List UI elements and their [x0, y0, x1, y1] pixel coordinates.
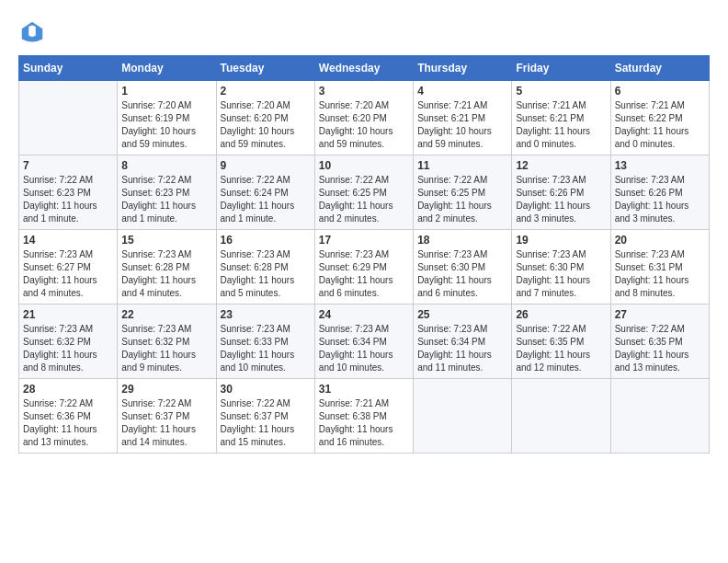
- calendar-cell: 15Sunrise: 7:23 AM Sunset: 6:28 PM Dayli…: [118, 230, 216, 304]
- day-info: Sunrise: 7:23 AM Sunset: 6:31 PM Dayligh…: [615, 248, 705, 300]
- day-number: 4: [417, 85, 507, 98]
- calendar-cell: 6Sunrise: 7:21 AM Sunset: 6:22 PM Daylig…: [610, 81, 709, 155]
- day-number: 29: [121, 383, 211, 396]
- day-info: Sunrise: 7:23 AM Sunset: 6:32 PM Dayligh…: [121, 323, 211, 374]
- day-number: 23: [221, 308, 311, 321]
- week-row-4: 28Sunrise: 7:22 AM Sunset: 6:36 PM Dayli…: [19, 379, 710, 454]
- day-number: 19: [516, 234, 606, 247]
- day-number: 25: [417, 308, 507, 321]
- day-number: 26: [516, 308, 606, 321]
- calendar-cell: 16Sunrise: 7:23 AM Sunset: 6:28 PM Dayli…: [216, 230, 314, 304]
- header-cell-wednesday: Wednesday: [314, 56, 413, 81]
- calendar-cell: 7Sunrise: 7:22 AM Sunset: 6:23 PM Daylig…: [19, 155, 118, 230]
- calendar-cell: 2Sunrise: 7:20 AM Sunset: 6:20 PM Daylig…: [216, 81, 314, 155]
- header-cell-monday: Monday: [118, 56, 216, 81]
- day-info: Sunrise: 7:21 AM Sunset: 6:22 PM Dayligh…: [615, 99, 705, 151]
- header-cell-friday: Friday: [512, 56, 610, 81]
- calendar-cell: 25Sunrise: 7:23 AM Sunset: 6:34 PM Dayli…: [414, 304, 512, 379]
- header-cell-sunday: Sunday: [19, 56, 118, 81]
- day-number: 8: [121, 159, 211, 172]
- header-row: SundayMondayTuesdayWednesdayThursdayFrid…: [19, 56, 710, 81]
- day-number: 10: [319, 159, 409, 172]
- day-info: Sunrise: 7:21 AM Sunset: 6:21 PM Dayligh…: [417, 99, 507, 151]
- day-info: Sunrise: 7:22 AM Sunset: 6:36 PM Dayligh…: [23, 397, 113, 449]
- calendar-cell: 18Sunrise: 7:23 AM Sunset: 6:30 PM Dayli…: [414, 230, 512, 304]
- day-number: 7: [23, 159, 113, 172]
- calendar-cell: 10Sunrise: 7:22 AM Sunset: 6:25 PM Dayli…: [314, 155, 413, 230]
- header: [18, 18, 710, 46]
- day-info: Sunrise: 7:23 AM Sunset: 6:30 PM Dayligh…: [417, 248, 507, 300]
- header-cell-thursday: Thursday: [414, 56, 512, 81]
- calendar-cell: 21Sunrise: 7:23 AM Sunset: 6:32 PM Dayli…: [19, 304, 118, 379]
- day-number: 3: [319, 85, 409, 98]
- calendar-cell: 27Sunrise: 7:22 AM Sunset: 6:35 PM Dayli…: [610, 304, 709, 379]
- day-number: 14: [23, 234, 113, 247]
- day-info: Sunrise: 7:23 AM Sunset: 6:26 PM Dayligh…: [615, 174, 705, 225]
- day-info: Sunrise: 7:22 AM Sunset: 6:24 PM Dayligh…: [221, 174, 311, 225]
- day-info: Sunrise: 7:22 AM Sunset: 6:35 PM Dayligh…: [615, 323, 705, 374]
- day-info: Sunrise: 7:22 AM Sunset: 6:37 PM Dayligh…: [121, 397, 211, 449]
- day-number: 18: [417, 234, 507, 247]
- calendar-cell: 29Sunrise: 7:22 AM Sunset: 6:37 PM Dayli…: [118, 379, 216, 454]
- calendar-cell: 8Sunrise: 7:22 AM Sunset: 6:23 PM Daylig…: [118, 155, 216, 230]
- calendar-cell: [19, 81, 118, 155]
- calendar-cell: 23Sunrise: 7:23 AM Sunset: 6:33 PM Dayli…: [216, 304, 314, 379]
- day-number: 22: [121, 308, 211, 321]
- calendar-cell: 9Sunrise: 7:22 AM Sunset: 6:24 PM Daylig…: [216, 155, 314, 230]
- day-info: Sunrise: 7:20 AM Sunset: 6:20 PM Dayligh…: [221, 99, 311, 151]
- calendar-table: SundayMondayTuesdayWednesdayThursdayFrid…: [18, 55, 710, 454]
- day-info: Sunrise: 7:22 AM Sunset: 6:23 PM Dayligh…: [121, 174, 211, 225]
- day-number: 16: [221, 234, 311, 247]
- day-info: Sunrise: 7:23 AM Sunset: 6:34 PM Dayligh…: [319, 323, 409, 374]
- day-info: Sunrise: 7:22 AM Sunset: 6:25 PM Dayligh…: [319, 174, 409, 225]
- day-info: Sunrise: 7:23 AM Sunset: 6:30 PM Dayligh…: [516, 248, 606, 300]
- calendar-cell: 4Sunrise: 7:21 AM Sunset: 6:21 PM Daylig…: [414, 81, 512, 155]
- logo: [18, 18, 50, 46]
- day-number: 20: [615, 234, 705, 247]
- day-number: 2: [221, 85, 311, 98]
- day-info: Sunrise: 7:23 AM Sunset: 6:28 PM Dayligh…: [121, 248, 211, 300]
- calendar-cell: 26Sunrise: 7:22 AM Sunset: 6:35 PM Dayli…: [512, 304, 610, 379]
- calendar-cell: 22Sunrise: 7:23 AM Sunset: 6:32 PM Dayli…: [118, 304, 216, 379]
- calendar-cell: 24Sunrise: 7:23 AM Sunset: 6:34 PM Dayli…: [314, 304, 413, 379]
- day-info: Sunrise: 7:22 AM Sunset: 6:37 PM Dayligh…: [221, 397, 311, 449]
- day-info: Sunrise: 7:22 AM Sunset: 6:23 PM Dayligh…: [23, 174, 113, 225]
- day-info: Sunrise: 7:20 AM Sunset: 6:20 PM Dayligh…: [319, 99, 409, 151]
- day-number: 1: [121, 85, 211, 98]
- calendar-cell: 19Sunrise: 7:23 AM Sunset: 6:30 PM Dayli…: [512, 230, 610, 304]
- calendar-cell: 3Sunrise: 7:20 AM Sunset: 6:20 PM Daylig…: [314, 81, 413, 155]
- day-number: 15: [121, 234, 211, 247]
- week-row-2: 14Sunrise: 7:23 AM Sunset: 6:27 PM Dayli…: [19, 230, 710, 304]
- day-info: Sunrise: 7:21 AM Sunset: 6:21 PM Dayligh…: [516, 99, 606, 151]
- day-info: Sunrise: 7:23 AM Sunset: 6:28 PM Dayligh…: [221, 248, 311, 300]
- calendar-cell: [512, 379, 610, 454]
- day-info: Sunrise: 7:23 AM Sunset: 6:29 PM Dayligh…: [319, 248, 409, 300]
- day-number: 12: [516, 159, 606, 172]
- day-number: 6: [615, 85, 705, 98]
- day-number: 9: [221, 159, 311, 172]
- calendar-cell: 14Sunrise: 7:23 AM Sunset: 6:27 PM Dayli…: [19, 230, 118, 304]
- calendar-cell: 17Sunrise: 7:23 AM Sunset: 6:29 PM Dayli…: [314, 230, 413, 304]
- calendar-cell: 13Sunrise: 7:23 AM Sunset: 6:26 PM Dayli…: [610, 155, 709, 230]
- calendar-cell: 28Sunrise: 7:22 AM Sunset: 6:36 PM Dayli…: [19, 379, 118, 454]
- day-number: 27: [615, 308, 705, 321]
- calendar-cell: 20Sunrise: 7:23 AM Sunset: 6:31 PM Dayli…: [610, 230, 709, 304]
- day-number: 13: [615, 159, 705, 172]
- day-info: Sunrise: 7:23 AM Sunset: 6:26 PM Dayligh…: [516, 174, 606, 225]
- day-info: Sunrise: 7:21 AM Sunset: 6:38 PM Dayligh…: [319, 397, 409, 449]
- calendar-cell: 5Sunrise: 7:21 AM Sunset: 6:21 PM Daylig…: [512, 81, 610, 155]
- calendar-cell: 31Sunrise: 7:21 AM Sunset: 6:38 PM Dayli…: [314, 379, 413, 454]
- day-info: Sunrise: 7:23 AM Sunset: 6:32 PM Dayligh…: [23, 323, 113, 374]
- day-number: 21: [23, 308, 113, 321]
- week-row-0: 1Sunrise: 7:20 AM Sunset: 6:19 PM Daylig…: [19, 81, 710, 155]
- day-number: 28: [23, 383, 113, 396]
- day-number: 17: [319, 234, 409, 247]
- calendar-cell: [610, 379, 709, 454]
- day-info: Sunrise: 7:22 AM Sunset: 6:35 PM Dayligh…: [516, 323, 606, 374]
- calendar-cell: 12Sunrise: 7:23 AM Sunset: 6:26 PM Dayli…: [512, 155, 610, 230]
- logo-icon: [18, 18, 46, 46]
- calendar-cell: 11Sunrise: 7:22 AM Sunset: 6:25 PM Dayli…: [414, 155, 512, 230]
- day-number: 5: [516, 85, 606, 98]
- week-row-3: 21Sunrise: 7:23 AM Sunset: 6:32 PM Dayli…: [19, 304, 710, 379]
- day-info: Sunrise: 7:20 AM Sunset: 6:19 PM Dayligh…: [121, 99, 211, 151]
